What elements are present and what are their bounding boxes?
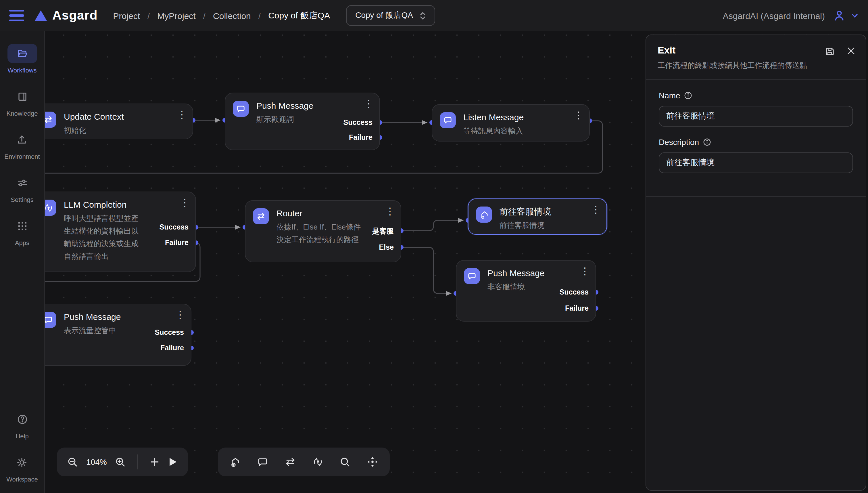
node-subtitle: 依據If、Else If、Else條件決定工作流程執行的路徑 xyxy=(276,221,364,246)
node-title: 前往客服情境 xyxy=(500,206,598,217)
panel-header: Exit 工作流程的終點或接續其他工作流程的傳送點 xyxy=(646,35,866,79)
panel-subtitle: 工作流程的終點或接續其他工作流程的傳送點 xyxy=(658,60,854,71)
menu-icon[interactable] xyxy=(9,10,24,21)
user-icon[interactable] xyxy=(833,9,846,22)
sidebar-item-label: Workspace xyxy=(6,476,38,483)
node-update-context[interactable]: Update Context 初始化 ⋮ xyxy=(45,104,193,139)
breadcrumb: Project MyProject Collection Copy of 飯店Q… xyxy=(113,10,330,21)
breadcrumb-collection[interactable]: Collection xyxy=(213,10,268,20)
sidebar-item-label: Help xyxy=(16,433,28,440)
sidebar-item-settings[interactable]: Settings xyxy=(7,173,37,203)
sidebar-item-label: Workflows xyxy=(7,67,37,73)
chat-bubble-icon xyxy=(45,312,56,328)
swap-arrows-icon xyxy=(45,112,56,128)
output-label: Failure xyxy=(349,133,372,142)
chat-bubble-icon xyxy=(440,112,456,128)
sidebar-item-environment[interactable]: Environment xyxy=(4,130,40,160)
sidebar-item-label: Environment xyxy=(4,153,40,160)
zoom-toolbar: 104% xyxy=(57,448,188,476)
output-label: 是客服 xyxy=(372,227,394,236)
node-subtitle: 前往客服情境 xyxy=(500,219,598,232)
wire xyxy=(401,248,451,293)
llm-node-icon[interactable] xyxy=(312,456,324,468)
name-label: Name xyxy=(659,91,853,100)
node-title: Push Message xyxy=(64,311,183,323)
node-title: LLM Completion xyxy=(64,199,187,211)
description-input[interactable] xyxy=(659,152,853,173)
search-icon[interactable] xyxy=(340,456,351,467)
node-push-message-throttle[interactable]: Push Message 表示流量控管中 ⋮ Success Failure xyxy=(45,304,191,366)
node-config-panel: Exit 工作流程的終點或接續其他工作流程的傳送點 Name xyxy=(645,35,866,491)
output-label: Else xyxy=(379,243,394,251)
node-exit-cs[interactable]: 前往客服情境 前往客服情境 ⋮ xyxy=(468,198,607,235)
kebab-menu-icon[interactable]: ⋮ xyxy=(180,197,190,209)
sidebar: Workflows Knowledge Environment xyxy=(0,31,45,493)
node-title: Update Context xyxy=(64,111,184,123)
swap-arrows-icon xyxy=(253,208,269,224)
kebab-menu-icon[interactable]: ⋮ xyxy=(591,204,601,216)
output-label: Success xyxy=(559,288,589,296)
node-router[interactable]: Router 依據If、Else If、Else條件決定工作流程執行的路徑 ⋮ … xyxy=(245,200,401,262)
sidebar-item-workspace[interactable]: Workspace xyxy=(6,453,38,483)
node-push-message-welcome[interactable]: Push Message 顯示歡迎詞 ⋮ Success Failure xyxy=(225,93,380,150)
chat-bubble-icon xyxy=(464,268,480,284)
panel-divider xyxy=(646,196,866,197)
node-tools-toolbar xyxy=(218,448,390,476)
info-icon[interactable] xyxy=(703,138,711,146)
wire xyxy=(401,220,463,231)
workflow-editor: Asgard Project MyProject Collection Copy… xyxy=(0,0,868,493)
output-label: Success xyxy=(160,223,188,231)
node-listen-message[interactable]: Listen Message 等待訊息內容輸入 ⋮ xyxy=(432,104,590,142)
asgard-logo-icon xyxy=(35,10,47,21)
add-exit-node-icon[interactable] xyxy=(229,456,241,468)
upload-icon xyxy=(16,134,28,146)
run-icon[interactable] xyxy=(168,457,178,467)
output-label: Failure xyxy=(160,344,184,352)
breadcrumb-myproject[interactable]: MyProject xyxy=(157,10,213,20)
workflow-selector[interactable]: Copy of 飯店QA xyxy=(346,5,435,26)
sidebar-item-apps[interactable]: Apps xyxy=(7,216,37,246)
node-title: Listen Message xyxy=(463,112,581,123)
close-icon[interactable] xyxy=(847,47,855,56)
llm-bulb-icon xyxy=(45,200,56,216)
sidebar-item-label: Apps xyxy=(15,239,29,246)
zoom-in-icon[interactable] xyxy=(115,456,126,467)
pan-icon[interactable] xyxy=(367,456,378,468)
kebab-menu-icon[interactable]: ⋮ xyxy=(364,99,374,110)
grid-icon xyxy=(17,221,27,231)
node-subtitle: 呼叫大型語言模型並產生結構化的資料輸出以輔助流程的決策或生成自然語言輸出 xyxy=(64,212,144,263)
zoom-level: 104% xyxy=(86,457,107,467)
chevron-up-down-icon xyxy=(420,11,426,20)
add-node-icon[interactable] xyxy=(150,457,160,467)
sidebar-item-knowledge[interactable]: Knowledge xyxy=(7,87,38,117)
chevron-down-icon[interactable] xyxy=(851,12,859,20)
node-subtitle: 初始化 xyxy=(64,124,184,137)
node-title: Push Message xyxy=(256,100,371,112)
node-push-message-noncs[interactable]: Push Message 非客服情境 ⋮ Success Failure xyxy=(456,260,596,322)
name-input[interactable] xyxy=(659,106,853,127)
sidebar-item-help[interactable]: Help xyxy=(7,410,37,440)
description-label: Description xyxy=(659,137,853,147)
kebab-menu-icon[interactable]: ⋮ xyxy=(175,309,185,321)
gear-icon xyxy=(16,457,28,468)
save-icon[interactable] xyxy=(825,47,835,56)
kebab-menu-icon[interactable]: ⋮ xyxy=(385,206,395,217)
breadcrumb-project[interactable]: Project xyxy=(113,10,158,20)
kebab-menu-icon[interactable]: ⋮ xyxy=(574,110,584,121)
info-icon[interactable] xyxy=(684,91,692,100)
node-llm-completion[interactable]: LLM Completion 呼叫大型語言模型並產生結構化的資料輸出以輔助流程的… xyxy=(45,192,196,272)
breadcrumb-current: Copy of 飯店QA xyxy=(268,10,330,21)
router-node-icon[interactable] xyxy=(284,456,296,468)
chat-bubble-icon xyxy=(233,101,249,117)
kebab-menu-icon[interactable]: ⋮ xyxy=(177,109,187,121)
account-name: AsgardAI (Asgard Internal) xyxy=(723,10,825,20)
node-title: Router xyxy=(276,208,393,219)
workflow-selector-label: Copy of 飯店QA xyxy=(355,10,413,21)
zoom-out-icon[interactable] xyxy=(67,456,78,467)
sidebar-item-workflows[interactable]: Workflows xyxy=(7,44,37,73)
kebab-menu-icon[interactable]: ⋮ xyxy=(580,266,590,277)
account-area: AsgardAI (Asgard Internal) xyxy=(723,9,859,22)
message-node-icon[interactable] xyxy=(257,456,269,468)
exit-add-icon xyxy=(476,207,492,222)
output-label: Success xyxy=(155,328,184,337)
